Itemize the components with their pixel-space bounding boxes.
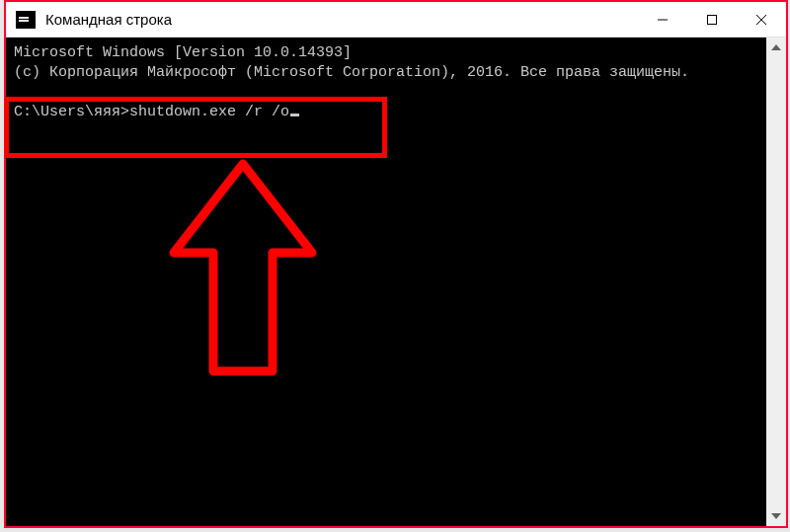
svg-marker-4 [771, 44, 781, 50]
prompt-path: C:\Users\яяя> [14, 104, 129, 120]
console-output[interactable]: Microsoft Windows [Version 10.0.14393] (… [6, 38, 766, 526]
prompt-line: C:\Users\яяя>shutdown.exe /r /o [14, 104, 299, 120]
command-prompt-window: Командная строка Microsoft Windows [Vers… [4, 0, 788, 528]
command-text: shutdown.exe /r /o [129, 104, 289, 120]
window-title: Командная строка [45, 11, 638, 28]
scroll-down-button[interactable] [766, 506, 786, 526]
chevron-down-icon [771, 513, 781, 519]
scroll-up-button[interactable] [766, 38, 786, 57]
svg-rect-1 [708, 15, 717, 24]
maximize-icon [706, 14, 718, 26]
svg-marker-5 [771, 513, 781, 519]
copyright-line: (c) Корпорация Майкрософт (Microsoft Cor… [14, 64, 689, 81]
version-line: Microsoft Windows [Version 10.0.14393] [14, 44, 352, 61]
console-area: Microsoft Windows [Version 10.0.14393] (… [6, 38, 786, 526]
minimize-icon [657, 14, 669, 26]
close-icon [755, 14, 767, 26]
minimize-button[interactable] [638, 2, 687, 37]
maximize-button[interactable] [687, 2, 737, 37]
titlebar[interactable]: Командная строка [6, 2, 786, 38]
scrollbar-track[interactable] [766, 57, 786, 506]
close-button[interactable] [737, 2, 786, 37]
chevron-up-icon [771, 44, 781, 50]
window-controls [638, 2, 786, 37]
cmd-icon [16, 11, 36, 29]
text-cursor [290, 114, 299, 116]
vertical-scrollbar[interactable] [766, 38, 786, 526]
